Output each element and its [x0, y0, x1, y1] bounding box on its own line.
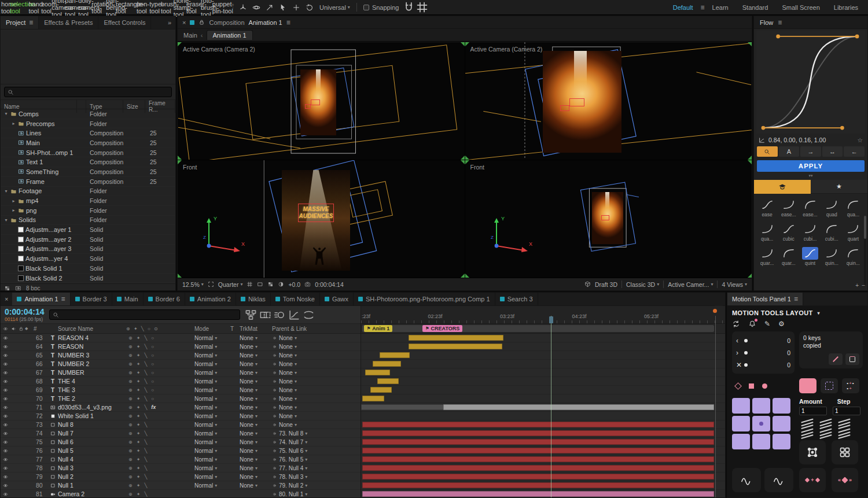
layer-track[interactable]: [361, 420, 725, 429]
parent-link-column[interactable]: Parent & Link: [272, 326, 361, 332]
label-chip[interactable]: [25, 421, 34, 428]
layer-row[interactable]: 78Null 3⊕✦╲Normal▾None▾77. Null 4▾: [1, 464, 361, 473]
puppet-pin-tool[interactable]: puppet-pin-tool: [216, 1, 230, 14]
label-chip[interactable]: [77, 178, 86, 185]
video-visibility-icon[interactable]: [1, 431, 10, 436]
video-visibility-icon[interactable]: [1, 353, 10, 358]
layer-row[interactable]: 73Null 8⊕✦╲Normal▾None▾None▾: [1, 420, 361, 429]
video-visibility-icon[interactable]: [1, 396, 10, 401]
nav-comp-main[interactable]: Main: [183, 32, 197, 39]
slider-chevron-icon[interactable]: ✕: [736, 361, 743, 369]
pick-whip-icon[interactable]: [272, 492, 277, 497]
panel-menu-icon[interactable]: ≡: [286, 19, 290, 27]
video-visibility-icon[interactable]: [1, 379, 10, 384]
blend-mode-select[interactable]: Normal▾: [194, 396, 230, 402]
layer-switches[interactable]: ⊕✦╲: [126, 448, 194, 453]
notifications-bell-icon[interactable]: [748, 320, 756, 328]
trkmat-select[interactable]: None▾: [240, 439, 272, 445]
trkmat-select[interactable]: None▾: [240, 352, 272, 359]
anchor-grid-cell[interactable]: [752, 416, 770, 431]
twirl-icon[interactable]: ▸: [11, 198, 16, 204]
work-area-bar[interactable]: [362, 325, 714, 332]
pick-whip-icon[interactable]: [272, 361, 277, 367]
blend-mode-select[interactable]: Normal▾: [194, 456, 230, 463]
layer-row[interactable]: 69TTHE 3⊕✦╲○Normal▾None▾None▾: [1, 386, 361, 394]
favorite-star-icon[interactable]: ☆: [858, 137, 863, 143]
layer-row[interactable]: 65TNUMBER 3⊕✦╲○Normal▾None▾None▾: [1, 351, 361, 360]
easing-preset-quad[interactable]: quad: [821, 198, 843, 217]
layer-duration-bar[interactable]: [362, 482, 714, 488]
parent-link-select[interactable]: None▾: [272, 361, 361, 367]
blend-mode-select[interactable]: Normal▾: [194, 387, 230, 393]
label-chip[interactable]: [25, 404, 34, 411]
layer-switches[interactable]: ⊕✦╲fx: [126, 404, 194, 410]
tab-presets-favorites[interactable]: ★: [811, 180, 867, 194]
trkmat-select[interactable]: None▾: [240, 413, 272, 419]
parent-link-select[interactable]: 79. Null 2▾: [272, 482, 361, 489]
label-chip[interactable]: [77, 187, 86, 194]
label-chip[interactable]: [25, 473, 34, 480]
layer-duration-bar[interactable]: [362, 491, 714, 497]
pick-whip-icon[interactable]: [272, 483, 277, 488]
easing-preset-cubi[interactable]: cubi...: [821, 223, 843, 242]
playhead-line[interactable]: [551, 316, 551, 498]
timeline-search-input[interactable]: [61, 311, 237, 318]
layer-switches[interactable]: ⊕✦╲○: [126, 388, 194, 393]
rectangle-tool[interactable]: rectangle-tool: [123, 1, 137, 14]
easing-preset-quin[interactable]: quin...: [843, 247, 864, 266]
more-panels-icon[interactable]: »: [164, 16, 175, 29]
column-type[interactable]: Type: [86, 100, 123, 113]
layer-duration-bar[interactable]: [443, 404, 715, 410]
layer-switches[interactable]: ⊕✦╲○: [126, 335, 194, 341]
parent-link-select[interactable]: 76. Null 5▾: [272, 456, 361, 463]
viewport-active-camera-2[interactable]: Active Camera (Camera 2): [465, 42, 752, 160]
smooth-wave-button[interactable]: [764, 468, 793, 492]
pen-tool[interactable]: pen-tool: [137, 1, 150, 14]
panel-menu-icon[interactable]: ≡: [29, 19, 33, 27]
add-mode[interactable]: [289, 1, 303, 14]
easing-preset-ease[interactable]: ease...: [799, 198, 821, 217]
column-label[interactable]: [77, 100, 86, 113]
project-item[interactable]: FrameComposition25: [1, 177, 175, 187]
blend-mode-select[interactable]: Normal▾: [194, 439, 230, 445]
dashed-square-button[interactable]: [821, 378, 838, 393]
label-chip[interactable]: [77, 168, 86, 175]
layer-track[interactable]: [361, 412, 725, 420]
layer-duration-bar[interactable]: [362, 439, 714, 445]
parent-link-select[interactable]: None▾: [272, 370, 361, 376]
draft-3d-toggle[interactable]: Draft 3D: [595, 281, 617, 288]
view-layout-select[interactable]: 4 Views▾: [722, 281, 747, 288]
nudge-slider[interactable]: ‹0: [736, 334, 790, 346]
parent-link-select[interactable]: None▾: [272, 352, 361, 359]
label-chip[interactable]: [25, 334, 34, 341]
anchor-grid-cell[interactable]: [732, 434, 750, 449]
video-visibility-icon[interactable]: [1, 414, 10, 419]
workspace-menu-icon[interactable]: ≡: [701, 3, 705, 12]
parent-link-select[interactable]: None▾: [272, 344, 361, 350]
label-chip[interactable]: [77, 139, 86, 146]
panel-menu-icon[interactable]: ≡: [778, 19, 782, 27]
renderer-select[interactable]: Classic 3D▾: [626, 281, 659, 288]
magnification-select[interactable]: 12.5%▾: [182, 281, 204, 288]
label-chip[interactable]: [77, 207, 86, 214]
anchor-grid-cell[interactable]: [752, 398, 770, 414]
motion-blur-icon[interactable]: [274, 309, 286, 320]
blend-mode-select[interactable]: Normal▾: [194, 430, 230, 437]
layer-row[interactable]: 79Null 2⊕✦╲Normal▾None▾78. Null 3▾: [1, 473, 361, 481]
video-visibility-icon[interactable]: [1, 457, 10, 462]
pick-whip-icon[interactable]: [272, 353, 277, 358]
pick-whip-icon[interactable]: [272, 370, 277, 375]
snapshot-camera-icon[interactable]: [304, 281, 311, 287]
bezier-handle[interactable]: [840, 126, 844, 130]
workspace-standard[interactable]: Standard: [736, 4, 775, 11]
tab-effect-controls[interactable]: Effect Controls: [98, 16, 151, 29]
edit-pencil-icon[interactable]: ✎: [764, 320, 770, 328]
snapping-toggle[interactable]: Snapping: [363, 4, 399, 11]
label-chip[interactable]: [77, 158, 86, 165]
label-chip[interactable]: [25, 490, 34, 497]
layer-switches[interactable]: ⊕✦╲: [126, 422, 194, 427]
layer-row[interactable]: 66TNUMBER 2⊕✦╲○Normal▾None▾None▾: [1, 360, 361, 368]
panel-collapse-handle[interactable]: ▾▾: [754, 173, 867, 180]
scatter-button[interactable]: •+••+: [842, 378, 859, 393]
circle-icon[interactable]: [762, 383, 767, 389]
